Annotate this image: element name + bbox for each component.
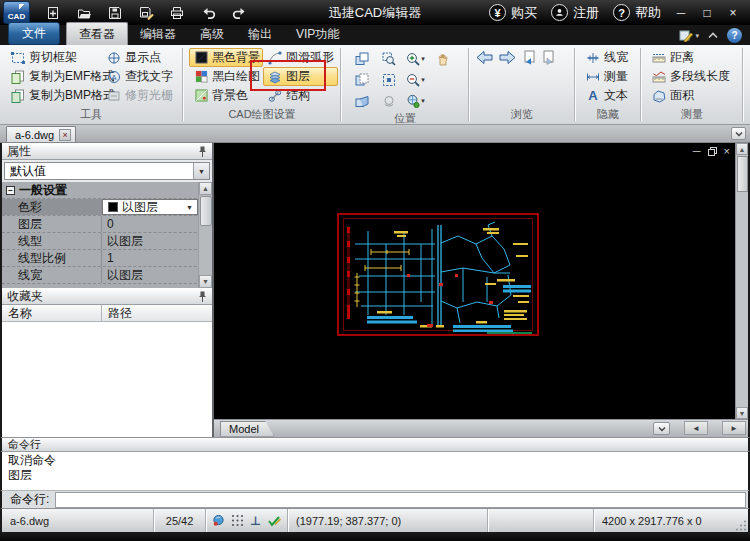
undo-button[interactable] <box>197 3 219 23</box>
scrollbar-thumb[interactable] <box>200 196 212 226</box>
help-button[interactable]: ?帮助 <box>608 4 666 22</box>
print-button[interactable] <box>166 3 188 23</box>
distance-button[interactable]: 距离 <box>647 48 742 67</box>
save-as-button[interactable] <box>135 3 157 23</box>
document-tab[interactable]: a-6.dwg × <box>6 126 76 142</box>
tab-output[interactable]: 输出 <box>236 23 284 45</box>
line-width-toggle[interactable]: 线宽 <box>581 48 640 67</box>
zoom-window-button[interactable] <box>375 48 402 69</box>
smooth-arc-button[interactable]: 圆滑弧形 <box>263 48 338 67</box>
pin-icon[interactable] <box>198 146 207 158</box>
property-grid: −一般设置 色彩 以图层▼ 图层 0 线型 以图层 线型比例 1 <box>2 182 212 288</box>
doc-minimize-icon[interactable]: ─ <box>693 146 701 156</box>
command-input[interactable] <box>55 492 746 508</box>
copy-view-button[interactable] <box>348 48 375 69</box>
doc-close-icon[interactable]: × <box>724 146 730 156</box>
tab-vip[interactable]: VIP功能 <box>284 23 351 45</box>
user-icon <box>551 4 568 21</box>
file-menu-button[interactable]: 文件 <box>8 22 60 45</box>
bw-drawing-button[interactable]: 黑白绘图 <box>189 67 263 86</box>
favorites-list[interactable] <box>2 322 212 437</box>
area-button[interactable]: 面积 <box>647 86 742 105</box>
buy-button[interactable]: ¥购买 <box>484 4 542 22</box>
copy-bmp-button[interactable]: 复制为BMP格式 <box>6 86 102 105</box>
maximize-button[interactable]: □ <box>696 4 718 22</box>
tab-advanced[interactable]: 高级 <box>188 23 236 45</box>
first-page-button[interactable] <box>522 50 536 65</box>
find-text-button[interactable]: A查找文字 <box>102 67 177 86</box>
grid-toggle-icon[interactable] <box>231 514 244 527</box>
layout-list-chevron-button[interactable] <box>653 422 670 435</box>
ribbon-group-hide: 线宽 测量 A文本 隐藏 <box>576 45 640 124</box>
previous-page-button[interactable] <box>476 50 493 65</box>
last-page-button[interactable] <box>542 50 556 65</box>
drawing-viewport[interactable]: ─ × <box>214 143 748 419</box>
favorites-col-path[interactable]: 路径 <box>102 305 132 322</box>
property-row-layer[interactable]: 图层 0 <box>2 216 212 233</box>
scroll-up-icon[interactable]: ▲ <box>736 143 748 155</box>
measure-toggle-label: 测量 <box>604 68 628 85</box>
property-value: 0 <box>102 216 212 232</box>
property-row-linetype-scale[interactable]: 线型比例 1 <box>2 250 212 267</box>
new-file-button[interactable] <box>42 3 64 23</box>
structure-button[interactable]: 结构 <box>263 86 338 105</box>
cut-frame-button[interactable]: 剪切框架 <box>6 48 102 67</box>
save-button[interactable] <box>104 3 126 23</box>
register-button[interactable]: 注册 <box>546 4 604 22</box>
tab-list-chevron-button[interactable] <box>731 127 746 140</box>
text-toggle[interactable]: A文本 <box>581 86 640 105</box>
zoom-scale-button[interactable]: ▾ <box>402 90 429 111</box>
ortho-toggle-icon[interactable]: ⊥ <box>250 514 261 528</box>
snap-toggle-icon[interactable] <box>212 514 225 527</box>
next-page-button[interactable] <box>499 50 516 65</box>
collapse-ribbon-button[interactable] <box>707 31 719 40</box>
property-grid-scrollbar[interactable]: ▲ ▼ <box>198 182 212 288</box>
property-preset-dropdown[interactable]: 默认值 ▼ <box>4 162 210 180</box>
canvas-vertical-scrollbar[interactable]: ▲ ▼ <box>735 143 748 419</box>
previous-view-button[interactable] <box>375 90 402 111</box>
color-value-dropdown[interactable]: 以图层▼ <box>102 199 198 215</box>
tab-editor[interactable]: 编辑器 <box>128 23 188 45</box>
canvas-column: ─ × <box>214 143 748 437</box>
scroll-left-button[interactable]: ◄ <box>684 421 708 435</box>
quick-help-icon[interactable]: ? <box>727 28 742 43</box>
black-background-button[interactable]: 黑色背景 <box>189 48 263 67</box>
style-pen-button[interactable]: ▾ <box>679 29 699 42</box>
pin-icon[interactable] <box>198 291 207 303</box>
property-row-lineweight[interactable]: 线宽 以图层 <box>2 267 212 284</box>
resize-grip[interactable] <box>734 509 748 532</box>
app-logo[interactable]: CAD <box>3 1 30 24</box>
favorites-col-name[interactable]: 名称 <box>2 305 102 322</box>
property-group-row[interactable]: −一般设置 <box>2 182 212 199</box>
close-button[interactable]: × <box>722 4 744 22</box>
collapse-icon[interactable]: − <box>6 186 15 195</box>
paste-view-button[interactable] <box>348 69 375 90</box>
doc-restore-icon[interactable] <box>708 147 717 156</box>
model-tab[interactable]: Model <box>220 421 274 437</box>
scroll-down-icon[interactable]: ▼ <box>736 407 748 419</box>
command-history: 取消命令 图层 <box>0 452 750 490</box>
zoom-in-button[interactable]: ▾ <box>402 48 429 69</box>
property-row-linetype[interactable]: 线型 以图层 <box>2 233 212 250</box>
polyline-length-button[interactable]: 多段线长度 <box>647 67 742 86</box>
show-points-button[interactable]: 显示点 <box>102 48 177 67</box>
background-color-button[interactable]: 背景色 <box>189 86 263 105</box>
pan-button[interactable] <box>429 48 456 69</box>
open-file-button[interactable] <box>73 3 95 23</box>
scroll-down-icon[interactable]: ▼ <box>199 275 212 288</box>
copy-emf-button[interactable]: 复制为EMF格式 <box>6 67 102 86</box>
view-3d-button[interactable] <box>348 90 375 111</box>
scrollbar-thumb[interactable] <box>737 156 748 192</box>
property-row-color[interactable]: 色彩 以图层▼ <box>2 199 212 216</box>
scroll-up-icon[interactable]: ▲ <box>199 182 212 195</box>
zoom-extents-button[interactable] <box>375 69 402 90</box>
layers-button[interactable]: 图层 <box>263 67 338 86</box>
tab-viewer[interactable]: 查看器 <box>66 22 128 45</box>
document-tab-close-icon[interactable]: × <box>59 129 71 141</box>
zoom-out-button[interactable]: ▾ <box>402 69 429 90</box>
redo-button[interactable] <box>228 3 250 23</box>
minimize-button[interactable]: ─ <box>670 4 692 22</box>
measure-toggle[interactable]: 测量 <box>581 67 640 86</box>
scroll-right-button[interactable]: ► <box>722 421 746 435</box>
osnap-toggle-icon[interactable] <box>267 514 281 527</box>
